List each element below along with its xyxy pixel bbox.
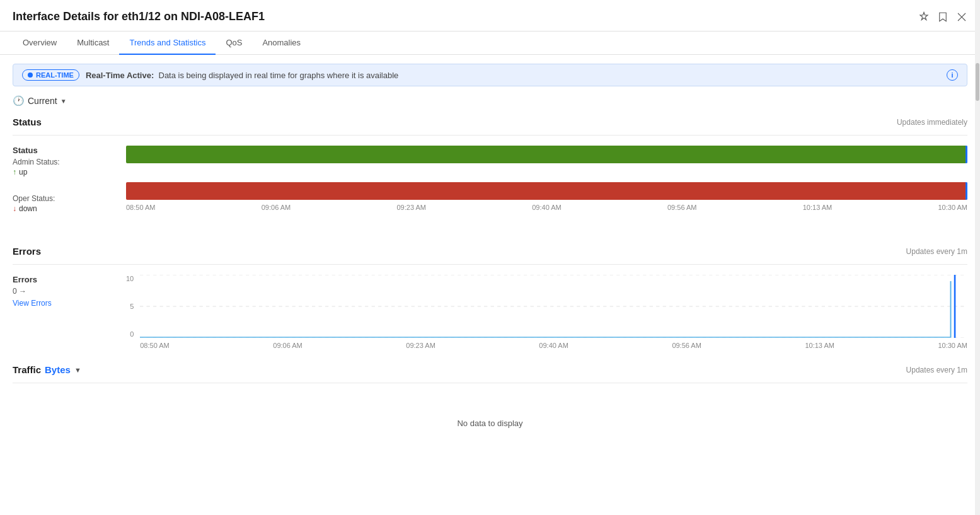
chevron-down-icon: ▼ <box>61 98 67 105</box>
status-divider <box>13 135 967 136</box>
errors-section-title: Errors <box>13 246 41 257</box>
status-label-group-oper: Oper Status: ↓ down <box>13 194 113 213</box>
errors-chart-wrapper: 10 5 0 <box>126 275 967 349</box>
e-time-3: 09:40 AM <box>539 342 568 349</box>
window-title: Interface Details for eth1/12 on NDI-A08… <box>13 10 265 23</box>
admin-bar-green <box>126 146 967 163</box>
time-label-3: 09:40 AM <box>532 204 561 211</box>
close-icon[interactable] <box>956 11 967 23</box>
realtime-left: REAL-TIME Real-Time Active: Data is bein… <box>22 69 398 81</box>
main-content: REAL-TIME Real-Time Active: Data is bein… <box>0 55 980 507</box>
status-label-group-admin: Status Admin Status: ↑ up <box>13 146 113 176</box>
status-time-axis: 08:50 AM 09:06 AM 09:23 AM 09:40 AM 09:5… <box>126 204 967 211</box>
time-label-6: 10:30 AM <box>938 204 967 211</box>
realtime-text: Real-Time Active: Data is being displaye… <box>86 71 398 80</box>
view-errors-link[interactable]: View Errors <box>13 299 52 308</box>
errors-line-chart: 08:50 AM 09:06 AM 09:23 AM 09:40 AM 09:5… <box>140 275 967 349</box>
admin-status-value: ↑ up <box>13 168 113 176</box>
status-bars <box>126 146 967 200</box>
traffic-bytes-link[interactable]: Bytes <box>45 364 71 375</box>
scrollbar-thumb[interactable] <box>976 63 979 101</box>
oper-status-value: ↓ down <box>13 204 113 213</box>
traffic-section-header: Traffic Bytes ▼ Updates every 1m <box>13 364 967 375</box>
realtime-bold: Real-Time Active: <box>86 71 154 80</box>
status-update-text: Updates immediately <box>897 118 967 127</box>
e-time-2: 09:23 AM <box>406 342 435 349</box>
errors-chart-area: Errors 0 → View Errors 10 5 0 <box>13 275 967 349</box>
traffic-no-data: No data to display <box>13 393 967 453</box>
errors-svg <box>140 275 967 338</box>
current-label: Current <box>28 96 57 106</box>
admin-bar-track <box>126 146 967 163</box>
e-time-6: 10:30 AM <box>938 342 967 349</box>
tab-qos[interactable]: QoS <box>216 32 252 55</box>
traffic-chevron-icon[interactable]: ▼ <box>74 366 81 374</box>
realtime-badge[interactable]: REAL-TIME <box>22 69 79 81</box>
scrollbar[interactable] <box>975 0 980 507</box>
y-label-10: 10 <box>126 275 134 282</box>
oper-bar-red <box>126 182 967 200</box>
status-label-title: Status <box>13 146 113 155</box>
e-time-5: 10:13 AM <box>805 342 834 349</box>
admin-bar-wrapper <box>126 146 967 163</box>
window-header: Interface Details for eth1/12 on NDI-A08… <box>0 0 980 32</box>
traffic-section: Traffic Bytes ▼ Updates every 1m No data… <box>13 364 967 453</box>
realtime-desc: Data is being displayed in real time for… <box>159 71 399 80</box>
pin-icon[interactable] <box>918 11 930 23</box>
tab-multicast[interactable]: Multicast <box>67 32 119 55</box>
traffic-title: Traffic <box>13 364 41 375</box>
tab-trends[interactable]: Trends and Statistics <box>119 32 216 55</box>
realtime-dot <box>28 72 33 78</box>
errors-section: Errors Updates every 1m Errors 0 → View … <box>13 246 967 349</box>
errors-value: 0 → <box>13 287 113 296</box>
oper-status-sub: Oper Status: <box>13 194 113 203</box>
status-labels: Status Admin Status: ↑ up Oper Status: ↓… <box>13 146 113 231</box>
tab-overview[interactable]: Overview <box>13 32 67 55</box>
time-label-2: 09:23 AM <box>397 204 426 211</box>
time-label-4: 09:56 AM <box>667 204 696 211</box>
bookmark-icon[interactable] <box>937 11 948 23</box>
e-time-1: 09:06 AM <box>273 342 302 349</box>
time-label-5: 10:13 AM <box>803 204 832 211</box>
status-chart-area: Status Admin Status: ↑ up Oper Status: ↓… <box>13 146 967 231</box>
window-controls <box>918 11 967 23</box>
y-label-0: 0 <box>126 330 134 338</box>
time-label-1: 09:06 AM <box>262 204 291 211</box>
errors-chart-inner: 10 5 0 <box>126 275 967 349</box>
errors-update-text: Updates every 1m <box>906 247 967 256</box>
tab-anomalies[interactable]: Anomalies <box>252 32 311 55</box>
errors-labels: Errors 0 → View Errors <box>13 275 113 349</box>
errors-time-axis: 08:50 AM 09:06 AM 09:23 AM 09:40 AM 09:5… <box>140 342 967 349</box>
traffic-update-text: Updates every 1m <box>906 366 967 374</box>
y-label-5: 5 <box>126 303 134 310</box>
status-section-header: Status Updates immediately <box>13 117 967 127</box>
realtime-banner: REAL-TIME Real-Time Active: Data is bein… <box>13 64 967 86</box>
clock-icon: 🕐 <box>13 95 25 107</box>
info-icon[interactable]: i <box>947 69 958 81</box>
admin-status-sub: Admin Status: <box>13 158 113 166</box>
e-time-4: 09:56 AM <box>672 342 701 349</box>
errors-divider <box>13 264 967 265</box>
e-time-0: 08:50 AM <box>140 342 169 349</box>
arrow-down-icon: ↓ <box>13 204 16 213</box>
oper-bar-track <box>126 182 967 200</box>
status-section-title: Status <box>13 117 42 127</box>
time-label-0: 08:50 AM <box>126 204 155 211</box>
admin-status-text: up <box>19 168 27 176</box>
arrow-up-icon: ↑ <box>13 168 16 176</box>
status-chart-container: 08:50 AM 09:06 AM 09:23 AM 09:40 AM 09:5… <box>126 146 967 231</box>
tab-bar: Overview Multicast Trends and Statistics… <box>0 32 980 55</box>
traffic-header-group: Traffic Bytes ▼ <box>13 364 81 375</box>
traffic-divider <box>13 383 967 383</box>
errors-section-header: Errors Updates every 1m <box>13 246 967 257</box>
realtime-badge-label: REAL-TIME <box>36 71 74 79</box>
oper-bar-wrapper <box>126 182 967 200</box>
oper-status-text: down <box>19 204 37 213</box>
current-selector[interactable]: 🕐 Current ▼ <box>13 95 67 107</box>
status-section: Status Updates immediately Status Admin … <box>13 117 967 231</box>
errors-label-title: Errors <box>13 275 113 284</box>
y-axis-labels: 10 5 0 <box>126 275 136 338</box>
